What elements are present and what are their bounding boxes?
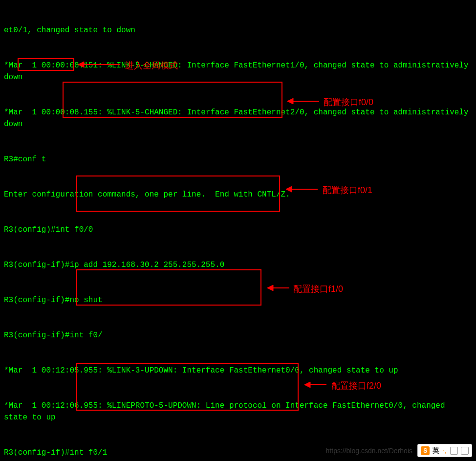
log-line: *Mar 1 00:12:06.955: %LINEPROTO-5-UPDOWN… (4, 400, 472, 423)
log-line: R3#conf t (4, 154, 472, 165)
log-line: *Mar 1 00:00:08.155: %LINK-5-CHANGED: In… (4, 107, 472, 130)
log-line: Enter configuration commands, one per li… (4, 189, 472, 200)
ime-settings-icon[interactable] (461, 447, 469, 455)
ime-punct-toggle[interactable]: ·, (442, 445, 447, 456)
log-line: R3(config-if)#no shut (4, 294, 472, 306)
ime-keyboard-icon[interactable] (450, 447, 458, 455)
log-line: *Mar 1 00:00:08.151: %LINK-5-CHANGED: In… (4, 60, 472, 83)
log-line: R3(config)#int f0/0 (4, 224, 472, 236)
log-line: et0/1, changed state to down (4, 24, 472, 36)
ime-toolbar[interactable]: S 英 ·, (417, 444, 472, 457)
watermark-text: https://blog.csdn.net/Derhois (326, 446, 412, 456)
ime-brand-icon[interactable]: S (421, 446, 430, 455)
log-line: *Mar 1 00:12:05.955: %LINK-3-UPDOWN: Int… (4, 365, 472, 376)
log-line: R3(config-if)#ip add 192.168.30.2 255.25… (4, 259, 472, 271)
terminal-output: et0/1, changed state to down *Mar 1 00:0… (4, 1, 472, 461)
ime-language-toggle[interactable]: 英 (433, 445, 439, 456)
log-line: R3(config-if)#int f0/ (4, 329, 472, 341)
